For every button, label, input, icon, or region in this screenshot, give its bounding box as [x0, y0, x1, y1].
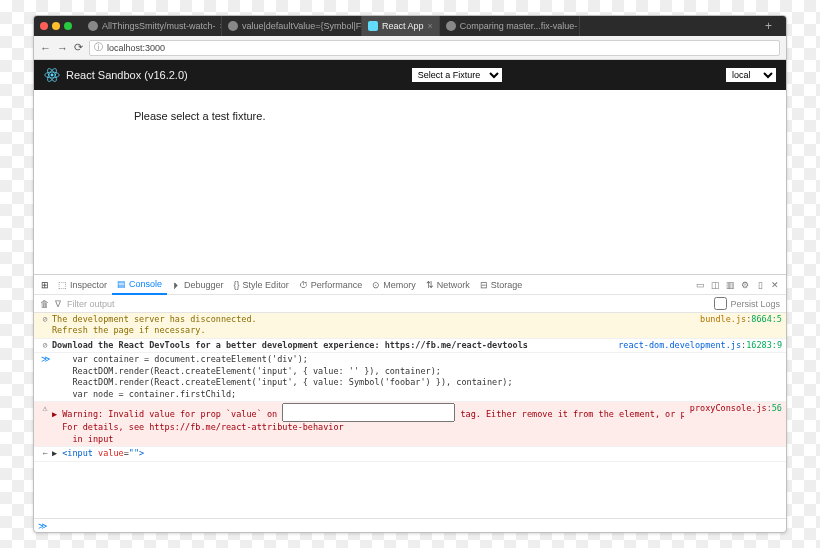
devtools-tab-icon: ⏵	[172, 280, 181, 290]
devtools-tab-label: Performance	[311, 280, 363, 290]
address-bar[interactable]: ⓘ localhost:3000	[89, 40, 780, 56]
screenshot-icon[interactable]: ◫	[710, 280, 720, 290]
line-gutter-icon: ≫	[38, 354, 52, 400]
fixture-select[interactable]: Select a Fixture	[412, 68, 502, 82]
new-tab-button[interactable]: +	[757, 19, 780, 33]
browser-tab[interactable]: React App×	[362, 16, 440, 36]
svg-point-0	[51, 74, 54, 77]
console-line[interactable]: ≫ var container = document.createElement…	[34, 353, 786, 402]
line-body: var container = document.createElement('…	[52, 354, 782, 400]
line-gutter-icon: ←	[38, 448, 52, 459]
favicon-icon	[88, 21, 98, 31]
devtools-tab-memory[interactable]: ⊙Memory	[367, 275, 421, 295]
console-line[interactable]: ←▶ <input value="">	[34, 447, 786, 461]
devtools-tab-icon: ⬚	[58, 280, 67, 290]
line-gutter-icon: ⊘	[38, 340, 52, 351]
persist-logs-label: Persist Logs	[730, 299, 780, 309]
settings-icon[interactable]: ⚙	[740, 280, 750, 290]
line-gutter-icon: ⚠	[38, 403, 52, 445]
devtools-tab-icon: ⊟	[480, 280, 488, 290]
app-header: React Sandbox (v16.2.0) Select a Fixture…	[34, 60, 786, 90]
close-window-icon[interactable]	[40, 22, 48, 30]
reload-button[interactable]: ⟳	[74, 41, 83, 54]
devtools-tab-icon: ⏱	[299, 280, 308, 290]
maximize-window-icon[interactable]	[64, 22, 72, 30]
devtools-tab-performance[interactable]: ⏱Performance	[294, 275, 368, 295]
devtools-tab-label: Style Editor	[243, 280, 289, 290]
devtools-tab-style-editor[interactable]: {}Style Editor	[229, 275, 294, 295]
line-body: ▶ Warning: Invalid value for prop `value…	[52, 403, 684, 445]
devtools-tab-label: Inspector	[70, 280, 107, 290]
close-tab-icon[interactable]: ×	[428, 21, 433, 31]
filter-input[interactable]: Filter output	[67, 299, 115, 309]
devtools-tab-network[interactable]: ⇅Network	[421, 275, 475, 295]
split-icon[interactable]: ▥	[725, 280, 735, 290]
devtools-tab-debugger[interactable]: ⏵Debugger	[167, 275, 229, 295]
titlebar: AllThingsSmitty/must-watch-×value|defaul…	[34, 16, 786, 36]
devtools-tab-icon: {}	[234, 280, 240, 290]
favicon-icon	[368, 21, 378, 31]
console-prompt-bar[interactable]: ≫	[34, 518, 786, 532]
devtools-tab-label: Network	[437, 280, 470, 290]
browser-tab[interactable]: AllThingsSmitty/must-watch-×	[82, 16, 222, 36]
url-text: localhost:3000	[107, 43, 165, 53]
page-content: Please select a test fixture.	[34, 90, 786, 274]
source-link[interactable]: proxyConsole.js:56	[684, 403, 782, 445]
persist-logs-checkbox[interactable]	[714, 297, 727, 310]
devtools-tab-console[interactable]: ▤Console	[112, 275, 167, 295]
source-link[interactable]: bundle.js:8664:5	[694, 314, 782, 337]
devtools-tab-label: Debugger	[184, 280, 224, 290]
minimize-window-icon[interactable]	[52, 22, 60, 30]
devtools-tab-label: Memory	[383, 280, 416, 290]
console-toolbar: 🗑 ∇ Filter output Persist Logs	[34, 295, 786, 313]
devtools-tab-icon: ⊙	[372, 280, 380, 290]
site-info-icon[interactable]: ⓘ	[94, 41, 103, 54]
line-body: Download the React DevTools for a better…	[52, 340, 612, 351]
dock-side-icon[interactable]: ▯	[755, 280, 765, 290]
app-title: React Sandbox (v16.2.0)	[66, 69, 188, 81]
prompt-icon: ≫	[38, 521, 47, 531]
console-line[interactable]: ⊘Download the React DevTools for a bette…	[34, 339, 786, 353]
env-select[interactable]: local	[726, 68, 776, 82]
tab-title: Comparing master...fix-value-	[460, 21, 578, 31]
devtools-tabs: ⊞ ⬚Inspector▤Console⏵Debugger{}Style Edi…	[34, 275, 786, 295]
devtools-tab-label: Console	[129, 279, 162, 289]
close-devtools-icon[interactable]: ✕	[770, 280, 780, 290]
line-body: The development server has disconnected.…	[52, 314, 694, 337]
filter-icon: ∇	[55, 299, 61, 309]
browser-tab[interactable]: value|defaultValue={Symbol|F×	[222, 16, 362, 36]
responsive-icon[interactable]: ▭	[695, 280, 705, 290]
console-output[interactable]: ⊘The development server has disconnected…	[34, 313, 786, 518]
back-button[interactable]: ←	[40, 42, 51, 54]
clear-console-icon[interactable]: 🗑	[40, 299, 49, 309]
forward-button[interactable]: →	[57, 42, 68, 54]
dock-icon[interactable]: ⊞	[40, 280, 50, 290]
tab-title: React App	[382, 21, 424, 31]
favicon-icon	[228, 21, 238, 31]
devtools-tab-inspector[interactable]: ⬚Inspector	[53, 275, 112, 295]
line-gutter-icon: ⊘	[38, 314, 52, 337]
devtools-panel: ⊞ ⬚Inspector▤Console⏵Debugger{}Style Edi…	[34, 274, 786, 532]
tab-title: AllThingsSmitty/must-watch-	[102, 21, 216, 31]
line-body: ▶ <input value="">	[52, 448, 782, 459]
console-line[interactable]: ⚠▶ Warning: Invalid value for prop `valu…	[34, 402, 786, 447]
browser-tab[interactable]: Comparing master...fix-value-×	[440, 16, 580, 36]
favicon-icon	[446, 21, 456, 31]
content-message: Please select a test fixture.	[134, 110, 265, 122]
react-logo-icon	[44, 67, 60, 83]
devtools-tab-icon: ▤	[117, 279, 126, 289]
devtools-tab-label: Storage	[491, 280, 523, 290]
navbar: ← → ⟳ ⓘ localhost:3000	[34, 36, 786, 60]
devtools-tab-icon: ⇅	[426, 280, 434, 290]
source-link[interactable]: react-dom.development.js:16283:9	[612, 340, 782, 351]
console-line[interactable]: ⊘The development server has disconnected…	[34, 313, 786, 339]
devtools-tab-storage[interactable]: ⊟Storage	[475, 275, 528, 295]
tab-title: value|defaultValue={Symbol|F	[242, 21, 361, 31]
tab-strip: AllThingsSmitty/must-watch-×value|defaul…	[82, 16, 753, 36]
browser-window: AllThingsSmitty/must-watch-×value|defaul…	[33, 15, 787, 533]
